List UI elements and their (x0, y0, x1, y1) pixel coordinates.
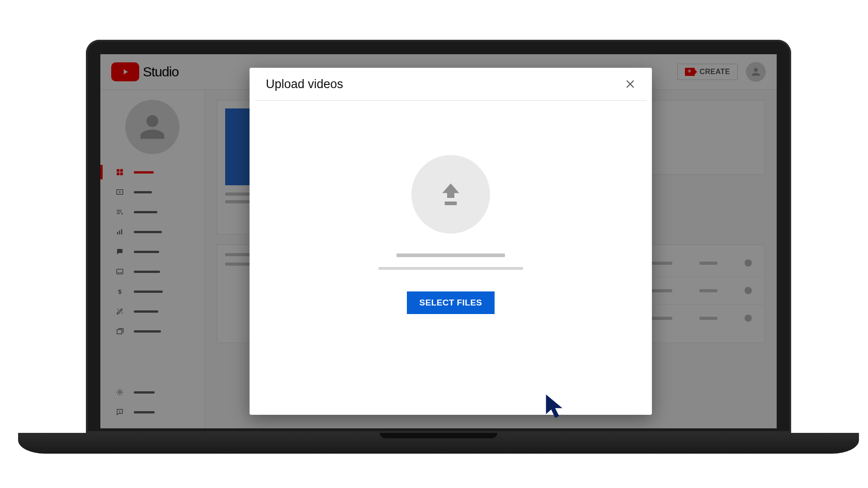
laptop-frame: Studio CREATE (86, 40, 791, 433)
modal-header: Upload videos (255, 68, 646, 101)
app-screen: Studio CREATE (100, 54, 777, 428)
upload-videos-modal: Upload videos SELECT FILES (250, 68, 652, 415)
close-icon (624, 78, 636, 90)
upload-hint-primary (396, 253, 505, 257)
modal-title: Upload videos (266, 77, 343, 91)
studio-app: Studio CREATE (100, 54, 777, 428)
upload-dropzone[interactable] (411, 155, 490, 234)
upload-hint-secondary (378, 267, 523, 270)
modal-body[interactable]: SELECT FILES (250, 101, 652, 415)
upload-arrow-icon (436, 180, 465, 209)
svg-rect-18 (445, 202, 457, 205)
close-button[interactable] (622, 76, 638, 92)
laptop-base (18, 433, 859, 454)
select-files-button[interactable]: SELECT FILES (407, 291, 495, 314)
